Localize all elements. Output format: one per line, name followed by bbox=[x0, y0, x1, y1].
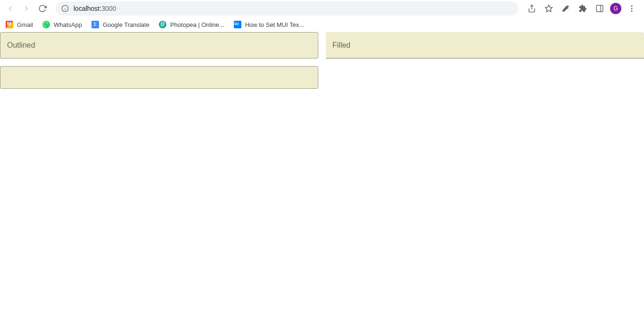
bookmark-label: Gmail bbox=[17, 21, 33, 28]
url-host: localhost: bbox=[74, 5, 101, 12]
svg-point-7 bbox=[631, 5, 633, 7]
mui-doc-icon bbox=[234, 21, 241, 28]
svg-marker-4 bbox=[545, 5, 553, 12]
reload-button[interactable] bbox=[36, 2, 49, 15]
address-bar[interactable]: localhost:3000 bbox=[56, 1, 519, 16]
bookmark-photopea[interactable]: Photopea | Online... bbox=[159, 21, 224, 28]
url-text: localhost:3000 bbox=[74, 5, 116, 12]
back-button[interactable] bbox=[4, 2, 17, 15]
share-icon[interactable] bbox=[525, 2, 538, 15]
page-content: Outlined Filled bbox=[0, 32, 644, 89]
bookmark-label: Google Translate bbox=[103, 21, 149, 28]
filled-textfield[interactable]: Filled bbox=[326, 32, 644, 59]
url-port: 3000 bbox=[101, 5, 116, 12]
avatar-letter: G bbox=[613, 5, 618, 12]
whatsapp-icon bbox=[42, 21, 50, 28]
bookmark-gmail[interactable]: Gmail bbox=[6, 21, 33, 28]
forward-button[interactable] bbox=[20, 2, 33, 15]
filled-label: Filled bbox=[332, 41, 350, 50]
gmail-icon bbox=[6, 21, 13, 28]
site-info-icon[interactable] bbox=[61, 5, 69, 12]
svg-point-8 bbox=[631, 8, 633, 9]
toolbar-right: G bbox=[525, 2, 640, 15]
bookmark-label: WhatsApp bbox=[54, 21, 82, 28]
bookmark-whatsapp[interactable]: WhatsApp bbox=[42, 21, 82, 28]
profile-avatar[interactable]: G bbox=[610, 3, 621, 14]
outlined-textfield-empty[interactable] bbox=[0, 66, 318, 89]
right-column: Filled bbox=[326, 32, 644, 89]
menu-icon[interactable] bbox=[625, 2, 638, 15]
star-icon[interactable] bbox=[542, 2, 555, 15]
browser-toolbar: localhost:3000 G bbox=[0, 0, 644, 17]
bookmark-label: Photopea | Online... bbox=[170, 21, 224, 28]
color-picker-icon[interactable] bbox=[559, 2, 572, 15]
extensions-icon[interactable] bbox=[576, 2, 589, 15]
svg-rect-5 bbox=[596, 5, 603, 12]
bookmark-google-translate[interactable]: Google Translate bbox=[91, 21, 149, 28]
svg-point-9 bbox=[631, 10, 633, 12]
outlined-textfield[interactable]: Outlined bbox=[0, 32, 318, 59]
bookmarks-bar: Gmail WhatsApp Google Translate Photopea… bbox=[0, 17, 644, 32]
bookmark-mui[interactable]: How to Set MUI Tex... bbox=[234, 21, 304, 28]
bookmark-label: How to Set MUI Tex... bbox=[245, 21, 304, 28]
left-column: Outlined bbox=[0, 32, 318, 89]
translate-icon bbox=[91, 21, 99, 28]
side-panel-icon[interactable] bbox=[593, 2, 606, 15]
photopea-icon bbox=[159, 21, 166, 28]
outlined-label: Outlined bbox=[7, 41, 35, 50]
